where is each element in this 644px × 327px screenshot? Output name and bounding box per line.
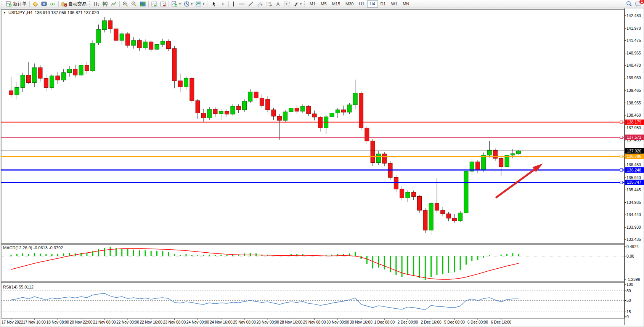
svg-text:138.460: 138.460 <box>626 113 641 117</box>
tf-h1-button[interactable]: H1 <box>356 0 367 8</box>
svg-text:2 Dec 00:00: 2 Dec 00:00 <box>397 320 418 324</box>
svg-text:6 Dec 00:00: 6 Dec 00:00 <box>467 320 488 324</box>
chevron-down-icon: ▾ <box>191 2 193 6</box>
svg-text:E: E <box>261 4 263 6</box>
chart-shift-button[interactable] <box>159 0 167 8</box>
new-order-label: 新订单 <box>13 1 27 7</box>
chart-canvas: 142.480141.970141.475140.965140.470139.9… <box>0 0 644 327</box>
svg-text:17 Nov 16:00: 17 Nov 16:00 <box>23 320 46 324</box>
templates-icon <box>196 1 201 7</box>
chevron-down-icon: ▾ <box>179 2 181 6</box>
svg-text:137.950: 137.950 <box>626 125 641 130</box>
svg-text:80: 80 <box>626 289 631 293</box>
hline-button[interactable] <box>237 0 246 8</box>
hline-handle[interactable] <box>620 169 623 172</box>
tf-d1-button[interactable]: D1 <box>378 0 389 8</box>
indicators-button[interactable]: ▾ <box>170 0 182 8</box>
svg-text:135.445: 135.445 <box>626 188 641 192</box>
svg-text:T: T <box>286 2 288 6</box>
cursor-button[interactable] <box>210 0 218 8</box>
zoom-in-button[interactable] <box>121 0 130 8</box>
crosshair-button[interactable] <box>218 0 227 8</box>
svg-text:5 Dec 08:00: 5 Dec 08:00 <box>444 320 465 324</box>
tf-m1-button[interactable]: M1 <box>307 0 318 8</box>
svg-text:20 Nov 22:00: 20 Nov 22:00 <box>70 320 93 324</box>
svg-text:0: 0 <box>626 314 629 319</box>
svg-text:141.475: 141.475 <box>626 38 641 43</box>
periods-button[interactable]: ▾ <box>182 0 194 8</box>
svg-text:138.179: 138.179 <box>627 120 641 124</box>
svg-text:30 Nov 00:00: 30 Nov 00:00 <box>326 320 349 324</box>
svg-text:1 Dec 08:00: 1 Dec 08:00 <box>374 320 395 324</box>
hline-handle[interactable] <box>620 181 623 184</box>
separator <box>29 1 30 7</box>
svg-text:6 Dec 16:00: 6 Dec 16:00 <box>491 320 511 324</box>
hline-handle[interactable] <box>620 155 623 158</box>
trendline-button[interactable] <box>246 0 255 8</box>
terminal-button[interactable] <box>40 0 48 8</box>
svg-text:21 Nov 08:00: 21 Nov 08:00 <box>93 320 116 324</box>
notifications-button[interactable]: 1 <box>634 0 643 8</box>
svg-text:136.248: 136.248 <box>627 168 641 172</box>
rsi-label: RSI(14) 55.0112 <box>3 285 34 289</box>
tf-mn-button[interactable]: MN <box>400 0 412 8</box>
svg-text:100: 100 <box>626 282 633 287</box>
svg-text:17 Nov 2022: 17 Nov 2022 <box>2 320 23 324</box>
chart-line-button[interactable] <box>109 0 118 8</box>
svg-text:133.435: 133.435 <box>626 237 641 242</box>
tf-w1-button[interactable]: W1 <box>389 0 400 8</box>
chart-title: ▼ USDJPY-,H4 136.910 137.059 136.871 137… <box>3 10 99 15</box>
svg-text:142.480: 142.480 <box>626 13 641 18</box>
search-icon <box>626 1 632 7</box>
tf-m15-button[interactable]: M15 <box>329 0 343 8</box>
separator <box>148 1 149 7</box>
collapse-icon[interactable]: ▼ <box>3 11 6 14</box>
svg-text:134.440: 134.440 <box>626 212 641 217</box>
toolbar-grip <box>2 1 4 6</box>
indicators-icon <box>172 1 178 7</box>
toolbar-grip <box>207 1 209 6</box>
svg-text:25 Nov 08:00: 25 Nov 08:00 <box>233 320 256 324</box>
trendline-icon <box>248 1 254 7</box>
separator <box>228 1 229 7</box>
svg-text:50: 50 <box>626 298 631 303</box>
chart-bars-button[interactable] <box>92 0 101 8</box>
svg-text:139.465: 139.465 <box>626 88 641 93</box>
hline-handle[interactable] <box>620 121 623 123</box>
svg-text:28 Nov 00:00: 28 Nov 00:00 <box>256 320 279 324</box>
svg-text:0.4924: 0.4924 <box>626 244 639 249</box>
text-button[interactable]: A <box>274 0 282 8</box>
notification-badge: 1 <box>639 0 644 4</box>
auto-scroll-button[interactable] <box>150 0 159 8</box>
fibonacci-icon: F <box>266 1 273 7</box>
svg-text:140.965: 140.965 <box>626 51 641 55</box>
channel-button[interactable]: E <box>255 0 265 8</box>
channel-icon: E <box>257 1 263 7</box>
fibonacci-button[interactable]: F <box>265 0 274 8</box>
search-button[interactable] <box>625 0 634 8</box>
svg-text:137.020: 137.020 <box>627 149 641 153</box>
tf-m5-button[interactable]: M5 <box>318 0 329 8</box>
chart-shift-icon <box>160 1 166 7</box>
signals-icon <box>50 1 56 7</box>
new-order-button[interactable]: 新订单 <box>5 0 28 8</box>
hline-handle[interactable] <box>620 136 623 139</box>
toolbar-grip <box>304 1 306 6</box>
zoom-out-button[interactable] <box>130 0 138 8</box>
chart-line-icon <box>111 1 117 7</box>
svg-text:23 Nov 08:00: 23 Nov 08:00 <box>163 320 186 324</box>
arrows-button[interactable]: ▾ <box>292 0 303 8</box>
chevron-down-icon: ▾ <box>203 2 204 6</box>
tf-m30-button[interactable]: M30 <box>343 0 356 8</box>
svg-text:29 Nov 08:00: 29 Nov 08:00 <box>303 320 326 324</box>
svg-text:A: A <box>276 2 279 7</box>
tf-h4-button[interactable]: H4 <box>367 0 378 8</box>
tile-windows-button[interactable] <box>138 0 147 8</box>
autotrade-button[interactable]: 自动交易 <box>60 0 88 8</box>
chart-candles-button[interactable] <box>101 0 109 8</box>
vline-button[interactable] <box>230 0 237 8</box>
label-button[interactable]: T <box>282 0 292 8</box>
editor-button[interactable] <box>31 0 40 8</box>
signals-button[interactable] <box>48 0 57 8</box>
templates-button[interactable]: ▾ <box>194 0 206 8</box>
